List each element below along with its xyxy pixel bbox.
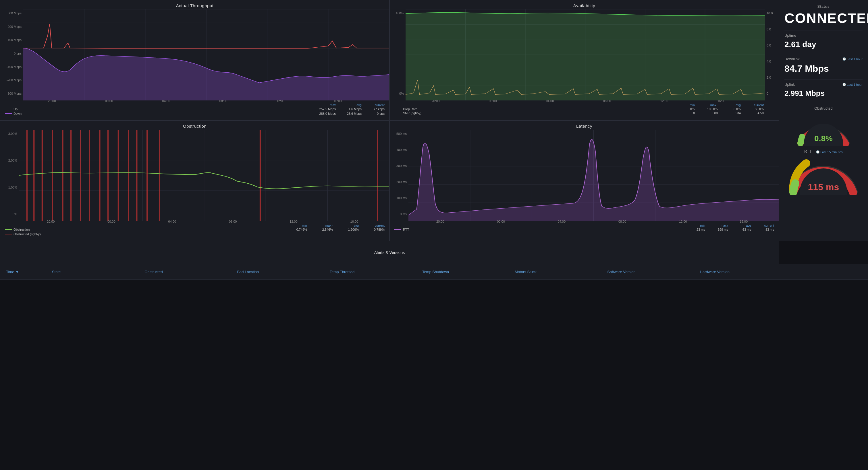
th-temp-shutdown[interactable]: Temp Shutdown <box>416 270 509 274</box>
avail-th-avg: avg <box>718 103 741 107</box>
drop-max: 100.0% <box>695 107 718 111</box>
downlink-time: 🕐 Last 1 hour <box>842 57 863 61</box>
avail-y1: 100% <box>396 11 404 15</box>
th-max: max <box>307 103 336 107</box>
downlink-row: Downlink 🕐 Last 1 hour <box>784 57 863 61</box>
th-state[interactable]: State <box>46 270 139 274</box>
th-temp-throttled[interactable]: Temp Throttled <box>324 270 416 274</box>
throughput-y4: 0 bps <box>14 52 22 55</box>
throughput-x4: 08:00 <box>219 99 227 103</box>
obstructed-gauge-section: Obstructed 0.8% <box>784 106 863 143</box>
latency-chart <box>408 130 779 221</box>
uplink-value: 2.991 Mbps <box>784 89 863 98</box>
rtt-label: RTT <box>804 149 811 154</box>
up-current: 77 kbps <box>362 107 384 111</box>
rtt-label-row: RTT 🕐 Last 15 minutes <box>784 149 863 155</box>
down-current: 0 bps <box>362 112 384 115</box>
availability-chart <box>406 9 765 100</box>
svg-rect-37 <box>26 130 28 221</box>
up-avg: 1.6 Mbps <box>336 107 362 111</box>
throughput-y3: 100 Mbps <box>8 38 22 42</box>
obstructed-value: 0.8% <box>814 134 833 143</box>
th-bad-location[interactable]: Bad Location <box>231 270 324 274</box>
throughput-y5: -100 Mbps <box>7 65 22 69</box>
avail-th-current: current <box>741 103 764 107</box>
svg-rect-47 <box>118 130 119 221</box>
legend-rtt-label: RTT <box>403 228 409 231</box>
alerts-title: Alerts & Versions <box>374 250 405 255</box>
status-connected: CONNECTED <box>784 10 863 26</box>
availability-panel: Availability 100% 0% <box>390 0 779 121</box>
svg-rect-42 <box>70 130 71 221</box>
throughput-x6: 16:00 <box>334 99 342 103</box>
throughput-panel: Actual Throughput 300 Mbps 200 Mbps 100 … <box>0 0 390 121</box>
alerts-bar: Alerts & Versions <box>0 241 779 264</box>
legend-obsd-label: Obstructed (right-y) <box>13 232 41 236</box>
obs-th-min: min <box>281 224 307 227</box>
svg-rect-41 <box>62 130 63 221</box>
svg-rect-52 <box>260 130 261 221</box>
drop-current: 50.0% <box>741 107 764 111</box>
legend-obstructed: Obstructed (right-y) <box>5 232 41 236</box>
th-current: current <box>362 103 384 107</box>
avail-yr6: 0 <box>767 92 768 95</box>
uplink-label: Uplink <box>784 82 795 87</box>
legend-snr: SNR (right-y) <box>394 111 421 115</box>
svg-rect-40 <box>52 130 53 221</box>
drop-min: 0% <box>672 107 695 111</box>
rtt-gauge: 115 ms <box>789 155 858 195</box>
clock-icon2: 🕐 <box>842 83 846 86</box>
down-avg: 26.6 Mbps <box>336 112 362 115</box>
th-time[interactable]: Time ▼ <box>0 270 46 274</box>
obstructed-gauge: 0.8% <box>795 112 852 143</box>
throughput-y7: -300 Mbps <box>7 92 22 95</box>
sort-arrow-icon: ▼ <box>15 270 19 274</box>
throughput-x3: 04:00 <box>162 99 170 103</box>
table-header: Time ▼ State Obstructed Bad Location Tem… <box>0 264 868 280</box>
legend-obs-label: Obstruction <box>13 228 30 231</box>
uplink-time: 🕐 Last 1 hour <box>842 83 863 87</box>
clock-icon3: 🕐 <box>816 150 819 154</box>
obstruction-chart <box>19 130 389 221</box>
legend-down: Down <box>5 112 22 115</box>
avail-th-min: min <box>672 103 695 107</box>
avail-th-max: max↑ <box>695 103 718 107</box>
snr-current: 4.50 <box>741 111 764 115</box>
avail-y7: 0% <box>399 92 404 95</box>
svg-rect-53 <box>377 130 378 221</box>
obs-th-current: current <box>359 224 384 227</box>
svg-rect-50 <box>147 130 148 221</box>
svg-rect-49 <box>136 130 137 221</box>
downlink-value: 84.7 Mbps <box>784 63 863 74</box>
obstructed-label: Obstructed <box>784 106 863 110</box>
status-label: Status <box>784 4 863 9</box>
snr-avg: 8.34 <box>718 111 741 115</box>
avail-yr4: 4.0 <box>767 60 771 63</box>
th-motors-stuck[interactable]: Motors Stuck <box>509 270 601 274</box>
availability-title: Availability <box>390 0 779 9</box>
obstruction-panel: Obstruction 3.00% 2.00% 1.00% 0% <box>0 121 390 241</box>
svg-rect-46 <box>107 130 108 221</box>
avail-yr1: 10.0 <box>767 11 773 15</box>
svg-rect-48 <box>128 130 129 221</box>
latency-title: Latency <box>390 121 779 130</box>
legend-rtt: RTT <box>394 228 409 231</box>
legend-up: Up <box>5 107 18 111</box>
legend-up-label: Up <box>13 107 18 111</box>
legend-down-label: Down <box>13 112 22 115</box>
legend-snr-label: SNR (right-y) <box>403 111 421 115</box>
throughput-chart <box>23 9 389 100</box>
svg-rect-45 <box>99 130 100 221</box>
th-hardware-version[interactable]: Hardware Version <box>694 270 868 274</box>
uptime-row: Uptime <box>784 33 863 38</box>
th-obstructed[interactable]: Obstructed <box>139 270 231 274</box>
throughput-y6: -200 Mbps <box>7 78 22 82</box>
throughput-y1: 300 Mbps <box>8 11 22 15</box>
legend-drop-label: Drop Rate <box>403 107 417 111</box>
uptime-value: 2.61 day <box>784 40 863 49</box>
uptime-label: Uptime <box>784 33 796 38</box>
throughput-x1: 20:00 <box>48 99 56 103</box>
obs-th-max: max↑ <box>307 224 333 227</box>
th-software-version[interactable]: Software Version <box>601 270 694 274</box>
status-panel: Status CONNECTED Uptime 2.61 day Downlin… <box>779 0 868 241</box>
